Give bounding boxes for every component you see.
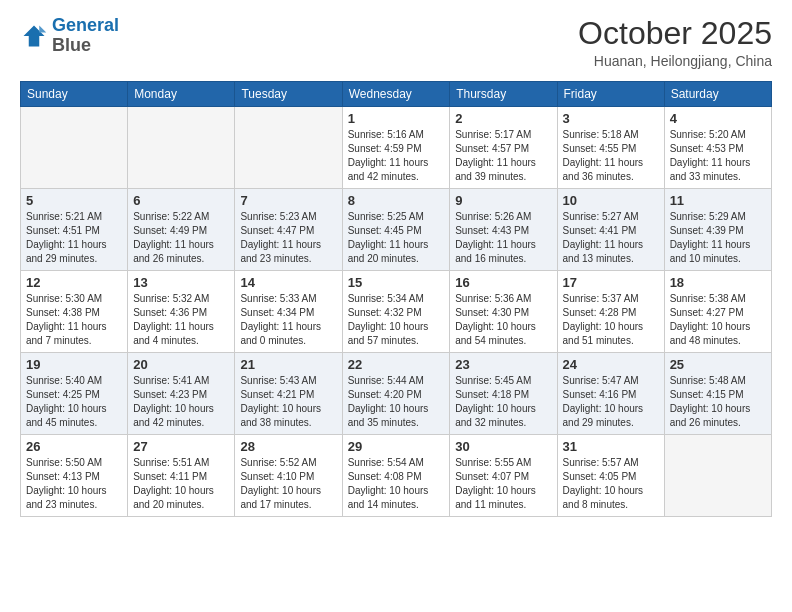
calendar-cell: 1Sunrise: 5:16 AM Sunset: 4:59 PM Daylig… xyxy=(342,107,450,189)
day-info: Sunrise: 5:48 AM Sunset: 4:15 PM Dayligh… xyxy=(670,374,766,430)
calendar-cell: 22Sunrise: 5:44 AM Sunset: 4:20 PM Dayli… xyxy=(342,353,450,435)
col-sunday: Sunday xyxy=(21,82,128,107)
day-number: 31 xyxy=(563,439,659,454)
day-info: Sunrise: 5:26 AM Sunset: 4:43 PM Dayligh… xyxy=(455,210,551,266)
calendar-cell xyxy=(664,435,771,517)
day-number: 8 xyxy=(348,193,445,208)
calendar-cell: 2Sunrise: 5:17 AM Sunset: 4:57 PM Daylig… xyxy=(450,107,557,189)
day-info: Sunrise: 5:33 AM Sunset: 4:34 PM Dayligh… xyxy=(240,292,336,348)
day-number: 12 xyxy=(26,275,122,290)
day-info: Sunrise: 5:43 AM Sunset: 4:21 PM Dayligh… xyxy=(240,374,336,430)
day-number: 6 xyxy=(133,193,229,208)
calendar-cell: 29Sunrise: 5:54 AM Sunset: 4:08 PM Dayli… xyxy=(342,435,450,517)
title-block: October 2025 Huanan, Heilongjiang, China xyxy=(578,16,772,69)
day-info: Sunrise: 5:36 AM Sunset: 4:30 PM Dayligh… xyxy=(455,292,551,348)
day-info: Sunrise: 5:30 AM Sunset: 4:38 PM Dayligh… xyxy=(26,292,122,348)
day-number: 4 xyxy=(670,111,766,126)
calendar-cell: 26Sunrise: 5:50 AM Sunset: 4:13 PM Dayli… xyxy=(21,435,128,517)
day-info: Sunrise: 5:57 AM Sunset: 4:05 PM Dayligh… xyxy=(563,456,659,512)
calendar-cell: 4Sunrise: 5:20 AM Sunset: 4:53 PM Daylig… xyxy=(664,107,771,189)
calendar-cell: 13Sunrise: 5:32 AM Sunset: 4:36 PM Dayli… xyxy=(128,271,235,353)
logo: General Blue xyxy=(20,16,119,56)
day-info: Sunrise: 5:47 AM Sunset: 4:16 PM Dayligh… xyxy=(563,374,659,430)
day-info: Sunrise: 5:29 AM Sunset: 4:39 PM Dayligh… xyxy=(670,210,766,266)
day-info: Sunrise: 5:40 AM Sunset: 4:25 PM Dayligh… xyxy=(26,374,122,430)
calendar-cell xyxy=(128,107,235,189)
day-info: Sunrise: 5:51 AM Sunset: 4:11 PM Dayligh… xyxy=(133,456,229,512)
day-number: 24 xyxy=(563,357,659,372)
day-number: 26 xyxy=(26,439,122,454)
calendar-cell: 27Sunrise: 5:51 AM Sunset: 4:11 PM Dayli… xyxy=(128,435,235,517)
col-tuesday: Tuesday xyxy=(235,82,342,107)
calendar-cell: 19Sunrise: 5:40 AM Sunset: 4:25 PM Dayli… xyxy=(21,353,128,435)
day-info: Sunrise: 5:45 AM Sunset: 4:18 PM Dayligh… xyxy=(455,374,551,430)
day-number: 23 xyxy=(455,357,551,372)
day-number: 14 xyxy=(240,275,336,290)
col-monday: Monday xyxy=(128,82,235,107)
day-info: Sunrise: 5:54 AM Sunset: 4:08 PM Dayligh… xyxy=(348,456,445,512)
day-number: 17 xyxy=(563,275,659,290)
calendar-cell: 28Sunrise: 5:52 AM Sunset: 4:10 PM Dayli… xyxy=(235,435,342,517)
svg-marker-1 xyxy=(39,25,46,32)
logo-name: General Blue xyxy=(52,16,119,56)
calendar-week-row: 5Sunrise: 5:21 AM Sunset: 4:51 PM Daylig… xyxy=(21,189,772,271)
day-info: Sunrise: 5:21 AM Sunset: 4:51 PM Dayligh… xyxy=(26,210,122,266)
day-number: 25 xyxy=(670,357,766,372)
day-info: Sunrise: 5:23 AM Sunset: 4:47 PM Dayligh… xyxy=(240,210,336,266)
day-number: 16 xyxy=(455,275,551,290)
calendar-cell: 15Sunrise: 5:34 AM Sunset: 4:32 PM Dayli… xyxy=(342,271,450,353)
calendar-table: Sunday Monday Tuesday Wednesday Thursday… xyxy=(20,81,772,517)
day-info: Sunrise: 5:38 AM Sunset: 4:27 PM Dayligh… xyxy=(670,292,766,348)
day-number: 18 xyxy=(670,275,766,290)
day-number: 10 xyxy=(563,193,659,208)
calendar-cell: 10Sunrise: 5:27 AM Sunset: 4:41 PM Dayli… xyxy=(557,189,664,271)
calendar-cell: 30Sunrise: 5:55 AM Sunset: 4:07 PM Dayli… xyxy=(450,435,557,517)
day-info: Sunrise: 5:55 AM Sunset: 4:07 PM Dayligh… xyxy=(455,456,551,512)
day-number: 13 xyxy=(133,275,229,290)
day-number: 27 xyxy=(133,439,229,454)
day-info: Sunrise: 5:25 AM Sunset: 4:45 PM Dayligh… xyxy=(348,210,445,266)
col-saturday: Saturday xyxy=(664,82,771,107)
day-number: 22 xyxy=(348,357,445,372)
day-number: 1 xyxy=(348,111,445,126)
calendar-cell: 9Sunrise: 5:26 AM Sunset: 4:43 PM Daylig… xyxy=(450,189,557,271)
calendar-cell: 25Sunrise: 5:48 AM Sunset: 4:15 PM Dayli… xyxy=(664,353,771,435)
day-number: 3 xyxy=(563,111,659,126)
calendar-cell: 18Sunrise: 5:38 AM Sunset: 4:27 PM Dayli… xyxy=(664,271,771,353)
day-info: Sunrise: 5:52 AM Sunset: 4:10 PM Dayligh… xyxy=(240,456,336,512)
calendar-week-row: 12Sunrise: 5:30 AM Sunset: 4:38 PM Dayli… xyxy=(21,271,772,353)
calendar-cell: 17Sunrise: 5:37 AM Sunset: 4:28 PM Dayli… xyxy=(557,271,664,353)
calendar-cell: 24Sunrise: 5:47 AM Sunset: 4:16 PM Dayli… xyxy=(557,353,664,435)
day-info: Sunrise: 5:27 AM Sunset: 4:41 PM Dayligh… xyxy=(563,210,659,266)
logo-icon xyxy=(20,22,48,50)
page-container: General Blue October 2025 Huanan, Heilon… xyxy=(0,0,792,527)
day-number: 28 xyxy=(240,439,336,454)
day-number: 15 xyxy=(348,275,445,290)
calendar-cell: 5Sunrise: 5:21 AM Sunset: 4:51 PM Daylig… xyxy=(21,189,128,271)
day-number: 21 xyxy=(240,357,336,372)
calendar-cell: 12Sunrise: 5:30 AM Sunset: 4:38 PM Dayli… xyxy=(21,271,128,353)
calendar-week-row: 19Sunrise: 5:40 AM Sunset: 4:25 PM Dayli… xyxy=(21,353,772,435)
day-number: 5 xyxy=(26,193,122,208)
day-info: Sunrise: 5:37 AM Sunset: 4:28 PM Dayligh… xyxy=(563,292,659,348)
calendar-cell: 23Sunrise: 5:45 AM Sunset: 4:18 PM Dayli… xyxy=(450,353,557,435)
day-info: Sunrise: 5:50 AM Sunset: 4:13 PM Dayligh… xyxy=(26,456,122,512)
day-number: 2 xyxy=(455,111,551,126)
day-number: 29 xyxy=(348,439,445,454)
day-info: Sunrise: 5:17 AM Sunset: 4:57 PM Dayligh… xyxy=(455,128,551,184)
calendar-cell: 11Sunrise: 5:29 AM Sunset: 4:39 PM Dayli… xyxy=(664,189,771,271)
day-info: Sunrise: 5:41 AM Sunset: 4:23 PM Dayligh… xyxy=(133,374,229,430)
header: General Blue October 2025 Huanan, Heilon… xyxy=(20,16,772,69)
day-number: 20 xyxy=(133,357,229,372)
day-info: Sunrise: 5:18 AM Sunset: 4:55 PM Dayligh… xyxy=(563,128,659,184)
calendar-week-row: 26Sunrise: 5:50 AM Sunset: 4:13 PM Dayli… xyxy=(21,435,772,517)
calendar-cell: 16Sunrise: 5:36 AM Sunset: 4:30 PM Dayli… xyxy=(450,271,557,353)
calendar-cell: 8Sunrise: 5:25 AM Sunset: 4:45 PM Daylig… xyxy=(342,189,450,271)
calendar-cell: 6Sunrise: 5:22 AM Sunset: 4:49 PM Daylig… xyxy=(128,189,235,271)
day-number: 7 xyxy=(240,193,336,208)
day-number: 11 xyxy=(670,193,766,208)
day-info: Sunrise: 5:22 AM Sunset: 4:49 PM Dayligh… xyxy=(133,210,229,266)
day-info: Sunrise: 5:34 AM Sunset: 4:32 PM Dayligh… xyxy=(348,292,445,348)
col-wednesday: Wednesday xyxy=(342,82,450,107)
calendar-cell xyxy=(21,107,128,189)
